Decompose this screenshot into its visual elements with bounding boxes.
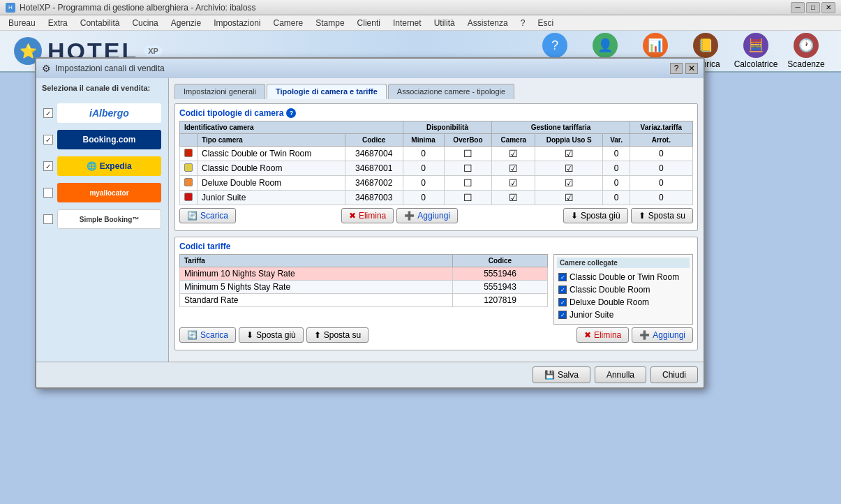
menu-internet[interactable]: Internet (387, 17, 427, 29)
tariffe-scarica-button[interactable]: 🔄 Scarica (179, 327, 236, 343)
menu-stampe[interactable]: Stampe (310, 17, 350, 29)
delete-icon: ✖ (349, 211, 356, 221)
menu-clienti[interactable]: Clienti (352, 17, 386, 29)
up-icon-2: ⬆ (314, 330, 321, 340)
dialog-help-button[interactable]: ? (670, 63, 683, 74)
camera-check-2[interactable]: ✓ (558, 286, 567, 294)
camera-label-2: Classic Double Room (570, 285, 650, 295)
room-codes-section: Codici tipologie di camera ? Identificat… (174, 103, 698, 231)
minimize-button[interactable]: ─ (791, 2, 805, 13)
menu-extra[interactable]: Extra (43, 17, 73, 29)
camera-check-1[interactable]: ✓ (558, 273, 567, 281)
th-var: Var. (603, 134, 630, 147)
dialog-icon: ⚙ (42, 63, 51, 74)
room-row-2[interactable]: Classic Double Room 34687001 0 ☐ ☑ ☑ 0 0 (180, 161, 693, 176)
tariffe-elimina-button[interactable]: ✖ Elimina (576, 327, 629, 343)
annulla-button[interactable]: Annulla (595, 366, 646, 383)
room-sposta-su-button[interactable]: ⬆ Sposta su (631, 208, 693, 223)
room-color-1 (184, 149, 193, 157)
menu-impostazioni[interactable]: Impostazioni (208, 17, 266, 29)
salva-button[interactable]: 💾 Salva (533, 366, 590, 383)
banner-scadenze[interactable]: 🕐 Scadenze (785, 33, 827, 69)
room-camera-4[interactable]: ☑ (492, 191, 535, 205)
booking-label: Booking.com (82, 135, 135, 144)
tariffe-section: Codici tariffe Tariffa Codice (174, 237, 698, 350)
down-icon: ⬇ (571, 211, 578, 221)
room-codice-1: 34687004 (345, 147, 403, 161)
room-tipo-4: Junior Suite (198, 191, 345, 205)
menu-assistenza[interactable]: Assistenza (462, 17, 514, 29)
room-elimina-button[interactable]: ✖ Elimina (341, 208, 394, 223)
simplebooking-logo[interactable]: Simple Booking™ (57, 209, 161, 229)
banner-calcolatrice[interactable]: 🧮 Calcolatrice (735, 33, 777, 69)
tariffa-row-3[interactable]: Standard Rate 1207819 (180, 294, 548, 307)
room-scarica-button[interactable]: 🔄 Scarica (179, 208, 236, 223)
camera-check-4[interactable]: ✓ (558, 311, 567, 319)
booking-checkbox[interactable]: ✓ (43, 135, 53, 144)
room-overbooking-2[interactable]: ☐ (444, 161, 492, 176)
th-identificativo: Identificativo camera (180, 121, 403, 134)
booking-logo[interactable]: Booking.com (57, 130, 161, 149)
down-icon-2: ⬇ (246, 330, 253, 340)
room-doppio-4[interactable]: ☑ (535, 191, 603, 205)
tab-general[interactable]: Impostazioni generali (174, 84, 265, 99)
titlebar: H HotelXP - Programma di gestione alberg… (0, 0, 841, 15)
tariffa-row-2[interactable]: Minimum 5 Nights Stay Rate 5551943 (180, 281, 548, 294)
myallocator-logo[interactable]: myallocator (57, 183, 161, 202)
menu-esci[interactable]: Esci (532, 17, 559, 29)
room-sposta-giu-button[interactable]: ⬇ Sposta giù (563, 208, 628, 223)
close-app-button[interactable]: ✕ (821, 2, 835, 13)
menu-help[interactable]: ? (515, 17, 531, 29)
camera-check-3[interactable]: ✓ (558, 298, 567, 306)
room-camera-3[interactable]: ☑ (492, 176, 535, 191)
menu-agenzie[interactable]: Agenzie (165, 17, 207, 29)
tab-tipologie[interactable]: Tipologie di camera e tariffe (267, 84, 387, 99)
refresh-icon: 🔄 (187, 211, 198, 221)
room-aggiungi-button[interactable]: ➕ Aggiungi (396, 208, 458, 223)
room-overbooking-1[interactable]: ☐ (444, 147, 492, 161)
menu-camere[interactable]: Camere (268, 17, 309, 29)
maximize-button[interactable]: □ (806, 2, 820, 13)
room-camera-1[interactable]: ☑ (492, 147, 535, 161)
room-minima-4: 0 (403, 191, 444, 205)
simplebooking-label: Simple Booking™ (80, 216, 140, 223)
room-doppio-2[interactable]: ☑ (535, 161, 603, 176)
room-row-4[interactable]: Junior Suite 34687003 0 ☐ ☑ ☑ 0 0 (180, 191, 693, 205)
room-minima-2: 0 (403, 161, 444, 176)
room-row-1[interactable]: Classic Double or Twin Room 34687004 0 ☐… (180, 147, 693, 161)
menu-cucina[interactable]: Cucina (126, 17, 163, 29)
room-codes-table: Identificativo camera Disponibilità Gest… (179, 121, 693, 205)
room-codes-help-icon[interactable]: ? (286, 108, 296, 118)
menubar: Bureau Extra Contabilità Cucina Agenzie … (0, 15, 841, 31)
channel-booking: ✓ Booking.com (42, 127, 163, 152)
expedia-logo[interactable]: 🌐 Expedia (57, 156, 161, 176)
tab-associazione[interactable]: Associazione camere - tipologie (388, 84, 514, 99)
expedia-checkbox[interactable]: ✓ (43, 161, 53, 171)
room-doppio-1[interactable]: ☑ (535, 147, 603, 161)
dialog-close-button[interactable]: ✕ (685, 63, 698, 74)
myallocator-checkbox[interactable] (43, 188, 53, 198)
room-camera-2[interactable]: ☑ (492, 161, 535, 176)
room-minima-3: 0 (403, 176, 444, 191)
myallocator-label: myallocator (89, 189, 128, 197)
tariffe-aggiungi-button[interactable]: ➕ Aggiungi (632, 327, 693, 343)
ialbergo-logo[interactable]: iAlbergo (57, 103, 161, 123)
menu-bureau[interactable]: Bureau (3, 17, 41, 29)
scadenze-label: Scadenze (787, 59, 824, 69)
room-row-3[interactable]: Deluxe Double Room 34687002 0 ☐ ☑ ☑ 0 0 (180, 176, 693, 191)
tariffe-sposta-giu-button[interactable]: ⬇ Sposta giù (239, 327, 304, 343)
room-doppio-3[interactable]: ☑ (535, 176, 603, 191)
tariffe-sposta-su-button[interactable]: ⬆ Sposta su (306, 327, 369, 343)
menu-utilita[interactable]: Utilità (429, 17, 461, 29)
refresh-icon-2: 🔄 (187, 330, 198, 340)
room-overbooking-3[interactable]: ☐ (444, 176, 492, 191)
chiudi-button[interactable]: Chiudi (650, 366, 698, 383)
ialbergo-checkbox[interactable]: ✓ (43, 108, 53, 118)
calcolatrice-label: Calcolatrice (734, 59, 778, 69)
tariffa-row-1[interactable]: Minimum 10 Nights Stay Rate 5551946 (180, 267, 548, 281)
room-overbooking-4[interactable]: ☐ (444, 191, 492, 205)
tariffa-codice-2: 5551943 (453, 281, 548, 294)
menu-contabilita[interactable]: Contabilità (75, 17, 126, 29)
simplebooking-checkbox[interactable] (43, 214, 53, 224)
channel-expedia: ✓ 🌐 Expedia (42, 154, 163, 179)
